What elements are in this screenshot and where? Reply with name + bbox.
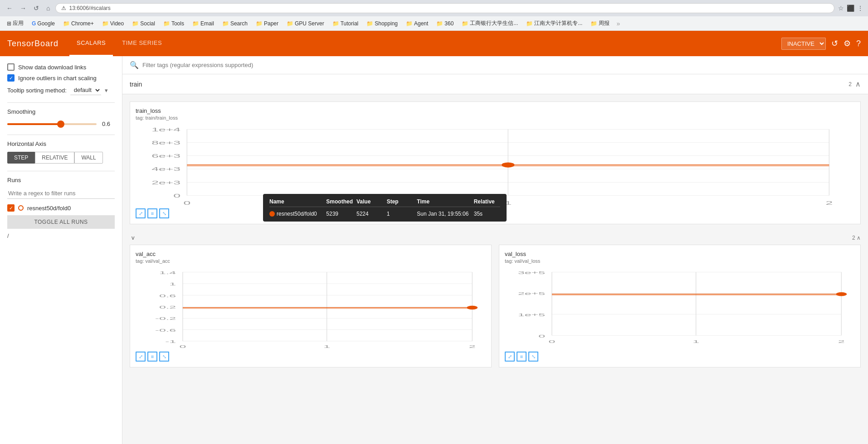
- smoothing-section: Smoothing 0.6: [7, 108, 115, 127]
- bookmark-apps[interactable]: ⊞ 应用: [4, 18, 27, 29]
- menu-icon[interactable]: ⋮: [857, 5, 863, 12]
- bookmark-shopping[interactable]: 📁 Shopping: [363, 19, 401, 28]
- bookmark-tools[interactable]: 📁 Tools: [160, 19, 187, 28]
- chart-title: val_acc: [136, 251, 486, 257]
- folder-icon: 📁: [102, 20, 109, 27]
- axis-step-button[interactable]: STEP: [7, 152, 35, 164]
- bookmark-label: Chrome+: [71, 20, 94, 27]
- extensions-icon[interactable]: ⬛: [847, 5, 854, 12]
- smoothing-slider-row: 0.6: [7, 121, 115, 127]
- chart-area[interactable]: 1e+4 8e+3 6e+3 4e+3 2e+3 0 0 1 2: [136, 124, 855, 206]
- tooltip-sort-select[interactable]: default: [70, 85, 101, 95]
- bookmark-label: Search: [230, 20, 248, 27]
- folder-icon: 📁: [222, 20, 229, 27]
- bookmark-tutorial[interactable]: 📁 Tutorial: [329, 19, 362, 28]
- tooltip-header: Name Smoothed Value Step Time Relative: [269, 198, 500, 207]
- bookmark-email[interactable]: 📁 Email: [189, 19, 217, 28]
- tensorboard-header: TensorBoard SCALARS TIME SERIES INACTIVE…: [0, 31, 868, 56]
- url-text: 13:6006/#scalars: [69, 5, 110, 11]
- bookmark-search[interactable]: 📁 Search: [219, 19, 251, 28]
- search-icon: 🔍: [130, 61, 139, 69]
- expand-icon[interactable]: ⤢: [505, 352, 515, 362]
- nav-scalars[interactable]: SCALARS: [69, 31, 113, 56]
- run-checkbox[interactable]: ✓: [7, 204, 15, 212]
- chart-tag: tag: val/val_loss: [505, 258, 855, 264]
- data-icon[interactable]: ≡: [147, 352, 157, 362]
- tooltip-col-step: Step: [387, 198, 414, 205]
- bookmark-label: Social: [140, 20, 155, 27]
- svg-text:3e+5: 3e+5: [518, 270, 545, 275]
- svg-text:0: 0: [548, 339, 555, 344]
- refresh-button[interactable]: ↺: [831, 39, 838, 48]
- bookmark-social[interactable]: 📁 Social: [129, 19, 158, 28]
- data-icon[interactable]: ≡: [517, 352, 527, 362]
- collapse-icon[interactable]: ∧: [855, 80, 861, 88]
- tooltip-step: 1: [387, 211, 414, 217]
- show-download-row[interactable]: Show data download links: [7, 63, 115, 71]
- bookmark-chrome[interactable]: 📁 Chrome+: [60, 19, 97, 28]
- tooltip-col-time: Time: [417, 198, 470, 205]
- home-button[interactable]: ⌂: [44, 4, 52, 13]
- axis-wall-button[interactable]: WALL: [74, 152, 102, 164]
- slash-label: /: [7, 232, 9, 239]
- google-icon: G: [32, 20, 36, 27]
- expand-icon[interactable]: ⤢: [136, 208, 146, 218]
- download-icon[interactable]: ⤡: [159, 352, 169, 362]
- run-item[interactable]: ✓ resnest50d/fold0: [7, 204, 115, 212]
- slider-thumb[interactable]: [57, 121, 64, 128]
- folder-icon: 📁: [366, 20, 373, 27]
- divider-3: [7, 171, 115, 171]
- chart-area[interactable]: 3e+5 2e+5 1e+5 0 0 1 2: [505, 267, 855, 349]
- more-bookmarks[interactable]: »: [616, 20, 620, 27]
- bookmark-360[interactable]: 📁 360: [433, 19, 457, 28]
- svg-text:1: 1: [323, 344, 330, 348]
- apps-icon: ⊞: [7, 20, 11, 27]
- smoothing-slider[interactable]: [7, 123, 97, 125]
- expand-icon[interactable]: ⤢: [136, 352, 146, 362]
- show-download-checkbox[interactable]: [7, 63, 15, 71]
- data-icon[interactable]: ≡: [147, 208, 157, 218]
- svg-text:2e+3: 2e+3: [151, 180, 180, 186]
- tooltip-data-row: resnest50d/fold0 5239 5224 1 Sun Jan 31,…: [269, 211, 500, 217]
- val-loss-chart: val_loss tag: val/val_loss 3e+5 2e+5: [499, 245, 861, 367]
- bookmark-paper[interactable]: 📁 Paper: [253, 19, 282, 28]
- folder-icon: 📁: [590, 20, 597, 27]
- tooltip-color-dot: [269, 211, 275, 217]
- back-button[interactable]: ←: [5, 4, 15, 13]
- axis-relative-button[interactable]: RELATIVE: [35, 152, 74, 164]
- chart-area[interactable]: 1.4 1 0.6 0.2 -0.2 -0.6 -1 0 1 2: [136, 267, 486, 349]
- bookmark-report[interactable]: 📁 周报: [587, 18, 613, 29]
- refresh-button[interactable]: ↺: [32, 4, 41, 13]
- folder-icon: 📁: [406, 20, 413, 27]
- ignore-outliers-checkbox[interactable]: ✓: [7, 74, 15, 82]
- ignore-outliers-label: Ignore outliers in chart scaling: [18, 75, 97, 82]
- ignore-outliers-row[interactable]: ✓ Ignore outliers in chart scaling: [7, 74, 115, 82]
- bookmark-video[interactable]: 📁 Video: [99, 19, 127, 28]
- url-bar[interactable]: ⚠ 13:6006/#scalars: [55, 3, 834, 13]
- bookmark-jiangnan[interactable]: 📁 江南大学计算机专...: [523, 18, 585, 29]
- tensorboard-logo: TensorBoard: [7, 39, 59, 48]
- tooltip-popup: Name Smoothed Value Step Time Relative r…: [263, 194, 507, 222]
- download-icon[interactable]: ⤡: [528, 352, 538, 362]
- bookmark-label: Paper: [264, 20, 278, 27]
- svg-text:8e+3: 8e+3: [151, 140, 180, 146]
- chevron-down-icon: ▾: [105, 87, 108, 94]
- tooltip-run-name: resnest50d/fold0: [277, 211, 317, 217]
- settings-button[interactable]: ⚙: [844, 39, 851, 48]
- bookmark-google[interactable]: G Google: [29, 19, 58, 28]
- runs-filter-input[interactable]: [7, 188, 115, 199]
- inactive-select[interactable]: INACTIVE: [781, 38, 826, 50]
- filter-input[interactable]: [142, 62, 861, 68]
- bookmark-label: Agent: [414, 20, 428, 27]
- bookmark-gpu[interactable]: 📁 GPU Server: [283, 19, 327, 28]
- star-icon[interactable]: ☆: [838, 5, 844, 12]
- toggle-all-button[interactable]: TOGGLE ALL RUNS: [7, 215, 115, 229]
- forward-button[interactable]: →: [18, 4, 28, 13]
- chart-icons: ⤢ ≡ ⤡: [505, 352, 855, 362]
- download-icon[interactable]: ⤡: [159, 208, 169, 218]
- bookmark-agent[interactable]: 📁 Agent: [403, 19, 431, 28]
- nav-time-series[interactable]: TIME SERIES: [115, 31, 169, 56]
- bookmark-bank[interactable]: 📁 工商银行大学生信...: [458, 18, 521, 29]
- help-button[interactable]: ?: [856, 39, 861, 48]
- runs-label: Runs: [7, 177, 115, 183]
